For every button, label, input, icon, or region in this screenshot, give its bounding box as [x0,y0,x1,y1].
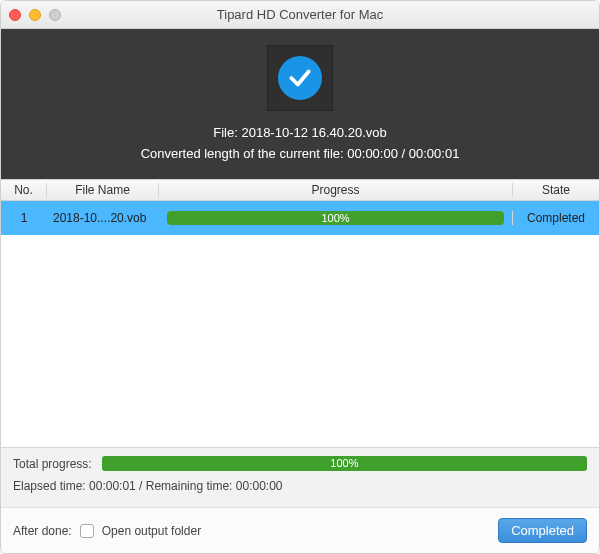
converted-length-line: Converted length of the current file: 00… [1,146,599,161]
footer: Total progress: 100% Elapsed time: 00:00… [1,447,599,507]
cell-file-name: 2018-10....20.vob [47,211,159,225]
total-progress-pct: 100% [102,456,587,471]
titlebar[interactable]: Tipard HD Converter for Mac [1,1,599,29]
file-label-prefix: File: [213,125,241,140]
col-file-name: File Name [47,183,159,197]
table-header: No. File Name Progress State [1,179,599,201]
success-badge [267,45,333,111]
bottom-bar: After done: Open output folder Completed [1,507,599,553]
after-done-label: After done: [13,524,72,538]
open-output-checkbox[interactable] [80,524,94,538]
table-body: 1 2018-10....20.vob 100% Completed [1,201,599,447]
cell-no: 1 [1,211,47,225]
total-progress-row: Total progress: 100% [13,456,587,471]
status-header: File: 2018-10-12 16.40.20.vob Converted … [1,29,599,179]
total-progress-label: Total progress: [13,457,92,471]
col-progress: Progress [159,183,513,197]
row-progress-label: 100% [167,211,504,225]
completed-button[interactable]: Completed [498,518,587,543]
current-file-line: File: 2018-10-12 16.40.20.vob [1,125,599,140]
elapsed-remaining: Elapsed time: 00:00:01 / Remaining time:… [13,479,587,493]
window-title: Tipard HD Converter for Mac [1,7,599,22]
col-state: State [513,183,599,197]
col-no: No. [1,183,47,197]
file-name: 2018-10-12 16.40.20.vob [241,125,386,140]
app-window: Tipard HD Converter for Mac File: 2018-1… [0,0,600,554]
checkmark-icon [278,56,322,100]
table-row[interactable]: 1 2018-10....20.vob 100% Completed [1,201,599,235]
open-output-label: Open output folder [102,524,201,538]
total-progress-bar: 100% [102,456,587,471]
row-progress-bar: 100% [167,211,504,225]
cell-progress: 100% [159,211,513,225]
after-done-group: After done: Open output folder [13,524,201,538]
cell-state: Completed [513,211,599,225]
